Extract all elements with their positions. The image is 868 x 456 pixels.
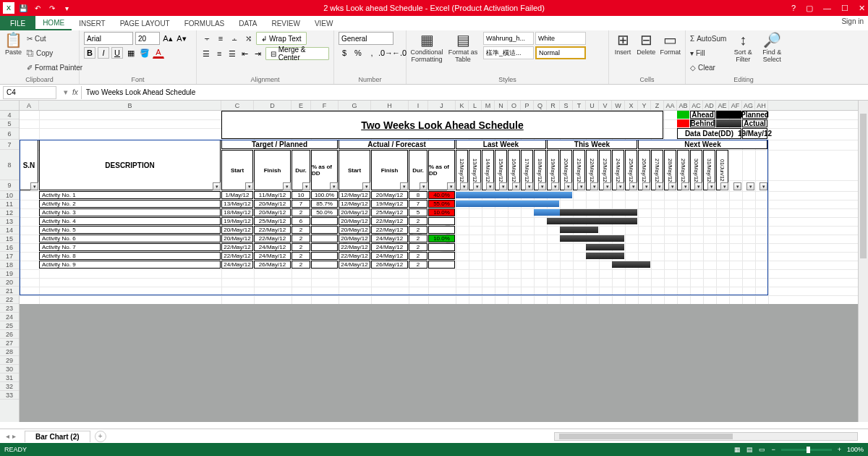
a-start-8[interactable]: 24/May/12 (339, 261, 370, 269)
align-center-icon[interactable]: ≡ (214, 48, 225, 59)
col-header-P[interactable]: P (521, 101, 534, 110)
a-pct-8[interactable] (428, 261, 455, 269)
clear-button[interactable]: ◇Clear (690, 61, 726, 74)
col-header-H[interactable]: H (371, 101, 409, 110)
activity-desc-6[interactable]: Activity No. 7 (39, 243, 221, 251)
row-header-27[interactable]: 27 (0, 339, 19, 347)
p-start-0[interactable]: 1/May/12 (221, 191, 253, 199)
legend-ahead-color[interactable] (677, 111, 689, 119)
p-dur-5[interactable]: 2 (292, 235, 310, 242)
col-header-T[interactable]: T (573, 101, 586, 110)
col-header-G[interactable]: G (339, 101, 371, 110)
p-dur-3[interactable]: 6 (292, 217, 310, 225)
hdr-target[interactable]: Target / Planned (221, 140, 338, 149)
row-header-25[interactable]: 25 (0, 321, 19, 330)
col-header-X[interactable]: X (625, 101, 638, 110)
redo-icon[interactable]: ↷ (46, 2, 58, 14)
col-header-M[interactable]: M (482, 101, 495, 110)
p-finish-7[interactable]: 24/May/12 (254, 252, 291, 260)
row-header-30[interactable]: 30 (0, 365, 19, 373)
help-icon[interactable]: ? (791, 4, 796, 13)
currency-icon[interactable]: $ (339, 47, 350, 59)
gantt-bar[interactable] (560, 209, 637, 216)
col-header-K[interactable]: K (456, 101, 469, 110)
filter-button[interactable]: ▾ (707, 182, 715, 190)
activity-desc-2[interactable]: Activity No. 3 (39, 208, 221, 216)
p-dur-1[interactable]: 7 (292, 200, 310, 208)
filter-button[interactable]: ▾ (460, 182, 468, 190)
title-cell[interactable]: Two Weeks Look Ahead Schedule (221, 111, 663, 139)
col-header-L[interactable]: L (469, 101, 482, 110)
col-header-AG[interactable]: AG (742, 101, 755, 110)
sheet-tab-active[interactable]: Bar Chart (2) (25, 431, 90, 442)
underline-button[interactable]: U (111, 47, 123, 59)
filter-button[interactable]: ▾ (499, 182, 507, 190)
p-finish-1[interactable]: 20/May/12 (254, 200, 291, 208)
p-start-4[interactable]: 20/May/12 (221, 226, 253, 234)
gantt-bar[interactable] (560, 227, 598, 233)
a-start-3[interactable]: 20/May/12 (339, 217, 370, 225)
style-normal[interactable]: Normal (535, 46, 586, 59)
copy-button[interactable]: ⿻Copy (27, 46, 82, 59)
a-start-2[interactable]: 20/May/12 (339, 208, 370, 216)
insert-cells-button[interactable]: ⊞Insert (613, 32, 632, 56)
p-finish-3[interactable]: 25/May/12 (254, 217, 291, 225)
row-header-17[interactable]: 17 (0, 252, 19, 261)
a-pct-6[interactable] (428, 243, 455, 251)
gantt-bar[interactable] (456, 200, 559, 207)
align-top-icon[interactable]: ⫟ (201, 33, 213, 44)
fill-color-button[interactable]: 🪣 (139, 47, 150, 59)
activity-desc-5[interactable]: Activity No. 6 (39, 235, 221, 242)
font-name-select[interactable]: Arial (84, 32, 133, 45)
a-dur-2[interactable]: 5 (409, 208, 427, 216)
filter-button[interactable]: ▾ (400, 182, 408, 190)
p-dur-8[interactable]: 2 (292, 261, 310, 269)
col-header-F[interactable]: F (311, 101, 339, 110)
filter-button[interactable]: ▾ (681, 182, 689, 190)
row-header-19[interactable]: 19 (0, 269, 19, 278)
italic-button[interactable]: I (98, 47, 109, 59)
select-all-corner[interactable] (0, 101, 20, 110)
style-cjk[interactable]: 樣準_橫迼... (483, 46, 534, 59)
gantt-bar[interactable] (586, 253, 624, 259)
col-header-B[interactable]: B (39, 101, 221, 110)
filter-button[interactable]: ▾ (362, 182, 370, 190)
view-page-icon[interactable]: ▤ (746, 446, 753, 453)
a-dur-0[interactable]: 8 (409, 191, 427, 199)
filter-button[interactable]: ▾ (603, 182, 611, 190)
a-finish-5[interactable]: 24/May/12 (371, 235, 408, 242)
filter-button[interactable]: ▾ (447, 182, 455, 190)
gantt-bar[interactable] (456, 192, 572, 198)
col-header-C[interactable]: C (221, 101, 254, 110)
filter-button[interactable]: ▾ (733, 182, 741, 190)
p-pct-2[interactable]: 50.0% (311, 208, 338, 216)
p-pct-3[interactable] (311, 217, 338, 225)
filter-button[interactable]: ▾ (590, 182, 598, 190)
filter-button[interactable]: ▾ (420, 182, 427, 190)
row-header-5[interactable]: 5 (0, 119, 19, 128)
font-size-select[interactable]: 20 (135, 32, 160, 45)
tab-page-layout[interactable]: PAGE LAYOUT (113, 16, 177, 30)
filter-button[interactable]: ▾ (629, 182, 637, 190)
filter-button[interactable]: ▾ (213, 182, 221, 190)
filter-button[interactable]: ▾ (694, 182, 702, 190)
filter-button[interactable]: ▾ (577, 182, 585, 190)
hdr-next-week[interactable]: Next Week (638, 140, 767, 149)
view-normal-icon[interactable]: ▦ (734, 446, 741, 453)
row-header-18[interactable]: 18 (0, 261, 19, 269)
legend-behind-color[interactable] (677, 119, 689, 127)
hdr-description[interactable]: DESCRIPTION (39, 140, 221, 190)
legend-actual-color[interactable] (716, 119, 741, 127)
row-header-22[interactable]: 22 (0, 295, 19, 304)
a-pct-4[interactable] (428, 226, 455, 234)
row-header-28[interactable]: 28 (0, 347, 19, 356)
filter-button[interactable]: ▾ (512, 182, 520, 190)
a-pct-0[interactable]: 40.0% (428, 191, 455, 199)
p-dur-4[interactable]: 2 (292, 226, 310, 234)
activity-desc-8[interactable]: Activity No. 9 (39, 261, 221, 269)
decrease-indent-icon[interactable]: ⇤ (239, 48, 250, 59)
autosum-button[interactable]: ΣAutoSum (690, 32, 726, 45)
row-header-26[interactable]: 26 (0, 330, 19, 339)
filter-button[interactable]: ▾ (668, 182, 676, 190)
p-pct-4[interactable] (311, 226, 338, 234)
